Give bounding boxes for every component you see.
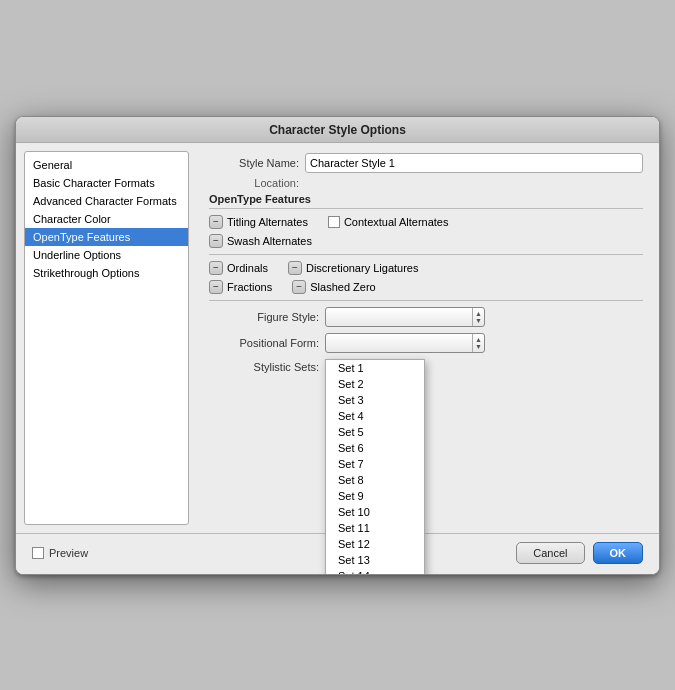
section-header: OpenType Features: [209, 193, 643, 209]
preview-checkbox[interactable]: [32, 547, 44, 559]
disc-ligatures-label: Discretionary Ligatures: [306, 262, 419, 274]
positional-form-label: Positional Form:: [209, 337, 319, 349]
dropdown-item[interactable]: Set 10: [326, 504, 424, 520]
fractions-feature: − Fractions: [209, 280, 272, 294]
figure-style-row: Figure Style: ▲ ▼: [209, 307, 643, 327]
swash-alternates-feature: − Swash Alternates: [209, 234, 312, 248]
dropdown-item[interactable]: Set 14: [326, 568, 424, 575]
positional-form-row: Positional Form: ▲ ▼: [209, 333, 643, 353]
sidebar-item-strikethrough[interactable]: Strikethrough Options: [25, 264, 188, 282]
cancel-button[interactable]: Cancel: [516, 542, 584, 564]
divider-1: [209, 254, 643, 255]
fractions-label: Fractions: [227, 281, 272, 293]
ordinals-feature: − Ordinals: [209, 261, 268, 275]
figure-style-arrows: ▲ ▼: [472, 308, 482, 326]
contextual-alternates-feature: Contextual Alternates: [328, 216, 449, 228]
sidebar: General Basic Character Formats Advanced…: [24, 151, 189, 525]
main-panel: Style Name: Location: OpenType Features …: [197, 143, 659, 533]
stylistic-sets-dropdown: Set 1Set 2Set 3Set 4Set 5Set 6Set 7Set 8…: [325, 359, 425, 575]
stylistic-sets-label: Stylistic Sets:: [209, 361, 319, 373]
slashed-zero-feature: − Slashed Zero: [292, 280, 375, 294]
swash-alternates-label: Swash Alternates: [227, 235, 312, 247]
disc-ligatures-feature: − Discretionary Ligatures: [288, 261, 419, 275]
ordinals-minus[interactable]: −: [209, 261, 223, 275]
titling-alternates-label: Titling Alternates: [227, 216, 308, 228]
sidebar-item-underline[interactable]: Underline Options: [25, 246, 188, 264]
fractions-minus[interactable]: −: [209, 280, 223, 294]
style-name-input[interactable]: [305, 153, 643, 173]
contextual-alternates-label: Contextual Alternates: [344, 216, 449, 228]
preview-label: Preview: [49, 547, 88, 559]
preview-row: Preview: [32, 547, 88, 559]
swash-alternates-minus[interactable]: −: [209, 234, 223, 248]
divider-2: [209, 300, 643, 301]
titling-alternates-minus[interactable]: −: [209, 215, 223, 229]
positional-form-select[interactable]: ▲ ▼: [325, 333, 485, 353]
dropdown-item[interactable]: Set 1: [326, 360, 424, 376]
dropdown-item[interactable]: Set 12: [326, 536, 424, 552]
dialog-title: Character Style Options: [16, 117, 659, 143]
ok-button[interactable]: OK: [593, 542, 644, 564]
disc-ligatures-minus[interactable]: −: [288, 261, 302, 275]
sidebar-item-opentype[interactable]: OpenType Features: [25, 228, 188, 246]
dropdown-item[interactable]: Set 7: [326, 456, 424, 472]
location-label: Location:: [209, 177, 299, 189]
dropdown-item[interactable]: Set 3: [326, 392, 424, 408]
contextual-alternates-checkbox[interactable]: [328, 216, 340, 228]
slashed-zero-minus[interactable]: −: [292, 280, 306, 294]
character-style-dialog: Character Style Options General Basic Ch…: [15, 116, 660, 575]
dropdown-item[interactable]: Set 5: [326, 424, 424, 440]
dropdown-item[interactable]: Set 9: [326, 488, 424, 504]
sidebar-item-basic[interactable]: Basic Character Formats: [25, 174, 188, 192]
dropdown-item[interactable]: Set 6: [326, 440, 424, 456]
dropdown-item[interactable]: Set 4: [326, 408, 424, 424]
sidebar-item-color[interactable]: Character Color: [25, 210, 188, 228]
ordinals-label: Ordinals: [227, 262, 268, 274]
stylistic-sets-row: Stylistic Sets: ► Set 1Set 2Set 3Set 4Se…: [209, 359, 643, 379]
dropdown-item[interactable]: Set 11: [326, 520, 424, 536]
sidebar-item-general[interactable]: General: [25, 156, 188, 174]
style-name-label: Style Name:: [209, 157, 299, 169]
figure-style-select[interactable]: ▲ ▼: [325, 307, 485, 327]
dropdown-item[interactable]: Set 13: [326, 552, 424, 568]
titling-alternates-feature: − Titling Alternates: [209, 215, 308, 229]
slashed-zero-label: Slashed Zero: [310, 281, 375, 293]
dropdown-item[interactable]: Set 2: [326, 376, 424, 392]
figure-style-label: Figure Style:: [209, 311, 319, 323]
positional-form-arrows: ▲ ▼: [472, 334, 482, 352]
sidebar-item-advanced[interactable]: Advanced Character Formats: [25, 192, 188, 210]
dropdown-item[interactable]: Set 8: [326, 472, 424, 488]
footer-buttons: Cancel OK: [516, 542, 643, 564]
